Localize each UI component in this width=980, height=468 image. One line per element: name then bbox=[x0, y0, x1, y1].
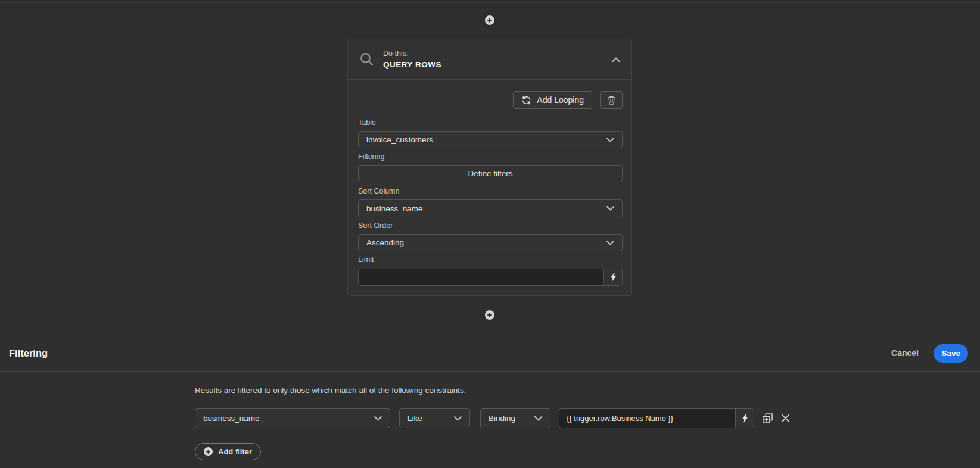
plus-circle-icon bbox=[204, 447, 213, 456]
trash-icon bbox=[607, 95, 616, 105]
save-button[interactable]: Save bbox=[934, 344, 968, 363]
limit-input[interactable] bbox=[359, 269, 603, 285]
canvas-top-divider bbox=[0, 2, 980, 3]
loop-icon bbox=[521, 95, 531, 105]
add-filter-label: Add filter bbox=[218, 447, 252, 456]
step-toolbar: Add Looping bbox=[513, 91, 623, 109]
add-looping-label: Add Looping bbox=[537, 95, 584, 105]
filter-operator-select[interactable]: Like bbox=[399, 408, 470, 428]
delete-step-button[interactable] bbox=[600, 91, 623, 109]
table-field-label: Table bbox=[358, 118, 376, 127]
sort-order-select-value: Ascending bbox=[366, 238, 404, 247]
chevron-down-icon bbox=[454, 416, 462, 421]
table-select-value: invoice_customers bbox=[366, 135, 433, 144]
chevron-up-icon bbox=[612, 57, 620, 62]
define-filters-button[interactable]: Define filters bbox=[358, 165, 623, 182]
filter-value-input-group bbox=[559, 408, 754, 428]
define-filters-label: Define filters bbox=[468, 169, 512, 178]
step-kicker: Do this: bbox=[383, 49, 441, 58]
query-rows-step-card: Do this: QUERY ROWS Add bbox=[347, 39, 632, 296]
limit-input-group bbox=[358, 269, 623, 286]
add-filter-button[interactable]: Add filter bbox=[195, 443, 261, 460]
filter-description: Results are filtered to only those which… bbox=[195, 386, 466, 395]
chevron-down-icon bbox=[606, 138, 614, 142]
remove-filter-button[interactable] bbox=[782, 414, 789, 422]
chevron-down-icon bbox=[534, 416, 542, 421]
plus-circle-icon bbox=[485, 15, 494, 25]
sort-order-select[interactable]: Ascending bbox=[358, 234, 623, 251]
sort-column-field-label: Sort Column bbox=[358, 187, 399, 195]
duplicate-icon bbox=[762, 413, 773, 424]
chevron-down-icon bbox=[606, 206, 614, 211]
lightning-icon bbox=[742, 414, 748, 423]
close-icon bbox=[782, 414, 789, 422]
filtering-field-label: Filtering bbox=[358, 152, 384, 161]
chevron-down-icon bbox=[606, 241, 614, 245]
filter-value-input[interactable] bbox=[559, 409, 735, 428]
add-looping-button[interactable]: Add Looping bbox=[513, 91, 592, 109]
sort-column-select-value: business_name bbox=[366, 204, 423, 213]
filter-field-select[interactable]: business_name bbox=[195, 408, 390, 428]
step-title: QUERY ROWS bbox=[383, 60, 441, 70]
filter-constraint-row: business_name Like Binding bbox=[195, 408, 789, 428]
filter-binding-button[interactable] bbox=[735, 409, 754, 428]
filtering-panel-header: Filtering Cancel Save bbox=[0, 335, 980, 372]
sort-order-field-label: Sort Order bbox=[358, 221, 393, 230]
connector-line bbox=[490, 26, 490, 39]
add-step-button-top[interactable] bbox=[485, 15, 494, 25]
lightning-icon bbox=[610, 273, 617, 282]
step-card-header[interactable]: Do this: QUERY ROWS bbox=[348, 39, 631, 80]
search-icon bbox=[359, 51, 375, 67]
limit-binding-button[interactable] bbox=[603, 269, 622, 285]
collapse-step-button[interactable] bbox=[612, 57, 620, 62]
sort-column-select[interactable]: business_name bbox=[358, 199, 623, 217]
filter-value-type-select[interactable]: Binding bbox=[480, 408, 550, 428]
filter-field-value: business_name bbox=[203, 414, 260, 423]
add-step-button-bottom[interactable] bbox=[485, 310, 494, 320]
chevron-down-icon bbox=[374, 416, 382, 421]
filter-operator-value: Like bbox=[407, 414, 422, 423]
filtering-panel: Filtering Cancel Save Results are filter… bbox=[0, 335, 980, 468]
plus-circle-icon bbox=[485, 310, 494, 320]
duplicate-filter-button[interactable] bbox=[762, 413, 773, 424]
filtering-panel-title: Filtering bbox=[9, 348, 48, 359]
limit-field-label: Limit bbox=[358, 255, 374, 264]
connector-line bbox=[490, 298, 490, 310]
filter-value-type-value: Binding bbox=[489, 414, 515, 423]
automation-canvas: Do this: QUERY ROWS Add bbox=[0, 0, 980, 468]
cancel-button[interactable]: Cancel bbox=[891, 348, 919, 358]
table-select[interactable]: invoice_customers bbox=[358, 131, 623, 148]
